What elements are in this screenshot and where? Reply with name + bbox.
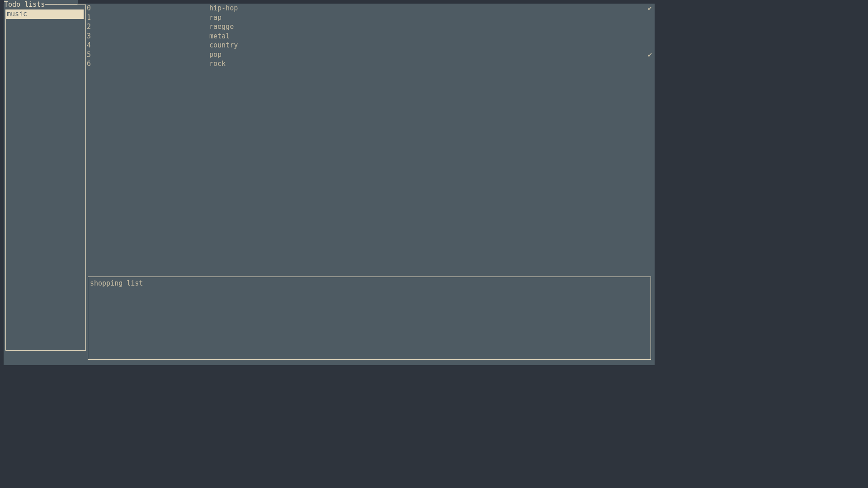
task-row[interactable]: 2raegge: [86, 22, 653, 32]
sidebar-items: music: [6, 9, 85, 19]
check-icon: ✔: [646, 4, 653, 13]
task-label: country: [209, 41, 238, 50]
app-screen: Todo lists──────── music 0hip-hop✔1rap2r…: [4, 4, 655, 365]
sidebar-item-label: music: [7, 10, 27, 18]
task-index: 5: [86, 50, 90, 60]
task-row[interactable]: 6rock: [86, 59, 653, 69]
input-panel: shopping list: [88, 277, 651, 360]
task-index: 6: [86, 59, 90, 69]
task-row[interactable]: 0hip-hop✔: [86, 4, 653, 13]
new-list-input[interactable]: shopping list: [90, 279, 649, 288]
task-index: 3: [86, 32, 90, 41]
task-label: raegge: [209, 22, 234, 32]
task-label: pop: [209, 50, 222, 60]
task-label: rap: [209, 13, 222, 23]
task-row[interactable]: 4country: [86, 41, 653, 50]
sidebar-title: Todo lists────────: [4, 0, 78, 9]
task-index: 4: [86, 41, 90, 50]
task-index: 2: [86, 22, 90, 32]
task-row[interactable]: 5pop✔: [86, 50, 653, 60]
sidebar-item-music[interactable]: music: [6, 9, 84, 19]
task-row[interactable]: 1rap: [86, 13, 653, 23]
task-label: metal: [209, 32, 230, 41]
task-index: 0: [86, 4, 90, 13]
task-row[interactable]: 3metal: [86, 32, 653, 41]
task-list: 0hip-hop✔1rap2raegge3metal4country5pop✔6…: [86, 4, 653, 69]
check-icon: ✔: [646, 50, 653, 60]
task-label: rock: [209, 59, 226, 69]
task-label: hip-hop: [209, 4, 238, 13]
sidebar-panel: Todo lists──────── music: [5, 5, 86, 351]
task-index: 1: [86, 13, 90, 23]
